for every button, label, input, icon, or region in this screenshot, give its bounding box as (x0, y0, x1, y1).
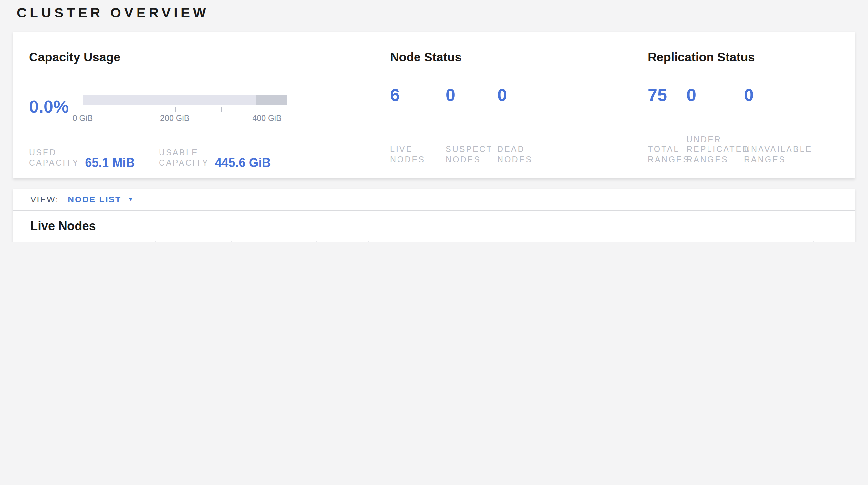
column-header-version[interactable]: VERSION▼ (650, 240, 814, 242)
cluster-summary-card: Capacity Usage 0.0% 0 GiB200 GiB400 GiB … (13, 32, 855, 178)
capacity-usage-heading: Capacity Usage (29, 50, 390, 65)
capacity-gauge-ticks (83, 107, 287, 113)
dead-nodes-count: 0 (497, 85, 532, 106)
live-nodes-table: ID▼ ADDRESS▼ UPTIME▼ REPLICAS▼ CPUS CAPA… (13, 240, 855, 242)
under-replicated-label-line2: REPLICATED (686, 145, 744, 155)
gauge-tick-mark (175, 107, 175, 112)
live-nodes-label-line2: NODES (390, 155, 445, 165)
unavailable-ranges-label-line2: RANGES (744, 155, 812, 165)
total-ranges-stat: 75 TOTAL RANGES (648, 85, 686, 165)
unavailable-ranges-label-line1: UNAVAILABLE (744, 145, 812, 155)
total-ranges-label-line2: RANGES (648, 155, 686, 165)
under-replicated-ranges-stat: 0 UNDER- REPLICATED RANGES (686, 85, 744, 165)
gauge-tick-label: 0 GiB (73, 114, 93, 123)
under-replicated-label-line1: UNDER- (686, 135, 744, 145)
column-header-cpus: CPUS (317, 240, 369, 242)
capacity-gauge: 0 GiB200 GiB400 GiB (83, 95, 287, 124)
suspect-nodes-label-line1: SUSPECT (445, 145, 497, 155)
nodes-table-card: VIEW: NODE LIST ▼ Live Nodes ID▼ ADDRESS… (13, 189, 855, 242)
suspect-nodes-count: 0 (445, 85, 497, 106)
page-title: CLUSTER OVERVIEW (17, 5, 868, 21)
gauge-tick-label: 400 GiB (252, 114, 281, 123)
gauge-tick-label: 200 GiB (160, 114, 189, 123)
view-label: VIEW: (30, 195, 59, 204)
view-selector-dropdown[interactable]: NODE LIST ▼ (68, 195, 134, 204)
chevron-down-icon: ▼ (128, 197, 134, 202)
under-replicated-label-line3: RANGES (686, 155, 744, 165)
suspect-nodes-stat: 0 SUSPECT NODES (445, 85, 497, 165)
gauge-tick-mark (221, 107, 221, 112)
column-header-logs: LOGS (814, 240, 855, 242)
gauge-tick-mark (129, 107, 129, 112)
column-header-capacity-usage[interactable]: CAPACITY USAGE▼ (369, 240, 510, 242)
capacity-gauge-bar (83, 95, 287, 106)
live-nodes-heading: Live Nodes (30, 219, 855, 234)
column-header-address[interactable]: ADDRESS▼ (63, 240, 156, 242)
capacity-usage-panel: Capacity Usage 0.0% 0 GiB200 GiB400 GiB … (29, 50, 390, 178)
dead-nodes-label-line2: NODES (497, 155, 532, 165)
usable-capacity-label-line1: USABLE (159, 148, 209, 158)
usable-capacity-label-line2: CAPACITY (159, 158, 209, 168)
capacity-gauge-tick-labels: 0 GiB200 GiB400 GiB (83, 114, 287, 124)
cluster-overview-page: CLUSTER OVERVIEW Capacity Usage 0.0% 0 G… (0, 0, 868, 242)
view-selected-value[interactable]: NODE LIST (68, 195, 121, 204)
table-header-row: ID▼ ADDRESS▼ UPTIME▼ REPLICAS▼ CPUS CAPA… (13, 240, 855, 242)
used-capacity-value: 65.1 MiB (85, 156, 135, 169)
column-header-mem-usage[interactable]: MEM USAGE▼ (510, 240, 650, 242)
replication-status-panel: Replication Status 75 TOTAL RANGES 0 UND… (648, 50, 812, 178)
unavailable-ranges-count: 0 (744, 85, 812, 106)
usable-capacity-stat: USABLE CAPACITY 445.6 GiB (159, 148, 271, 168)
gauge-tick-mark (83, 107, 83, 112)
usable-capacity-value: 445.6 GiB (215, 156, 271, 169)
node-status-panel: Node Status 6 LIVE NODES 0 SUSPECT NODES (390, 50, 648, 178)
dead-nodes-stat: 0 DEAD NODES (497, 85, 532, 165)
used-capacity-label-line2: CAPACITY (29, 158, 79, 168)
suspect-nodes-label-line2: NODES (445, 155, 497, 165)
node-status-heading: Node Status (390, 50, 648, 65)
capacity-gauge-reserved-segment (257, 95, 287, 106)
replication-status-heading: Replication Status (648, 50, 812, 65)
view-bar: VIEW: NODE LIST ▼ (13, 189, 855, 211)
dead-nodes-label-line1: DEAD (497, 145, 532, 155)
used-capacity-stat: USED CAPACITY 65.1 MiB (29, 148, 159, 168)
column-header-uptime[interactable]: UPTIME▼ (156, 240, 232, 242)
live-nodes-label-line1: LIVE (390, 145, 445, 155)
unavailable-ranges-stat: 0 UNAVAILABLE RANGES (744, 85, 812, 165)
total-ranges-count: 75 (648, 85, 686, 106)
column-header-replicas[interactable]: REPLICAS▼ (232, 240, 317, 242)
gauge-tick-mark (267, 107, 268, 112)
live-nodes-count: 6 (390, 85, 445, 106)
live-nodes-stat: 6 LIVE NODES (390, 85, 445, 165)
total-ranges-label-line1: TOTAL (648, 145, 686, 155)
column-header-id[interactable]: ID▼ (13, 240, 63, 242)
used-capacity-label-line1: USED (29, 148, 79, 158)
under-replicated-ranges-count: 0 (686, 85, 744, 106)
